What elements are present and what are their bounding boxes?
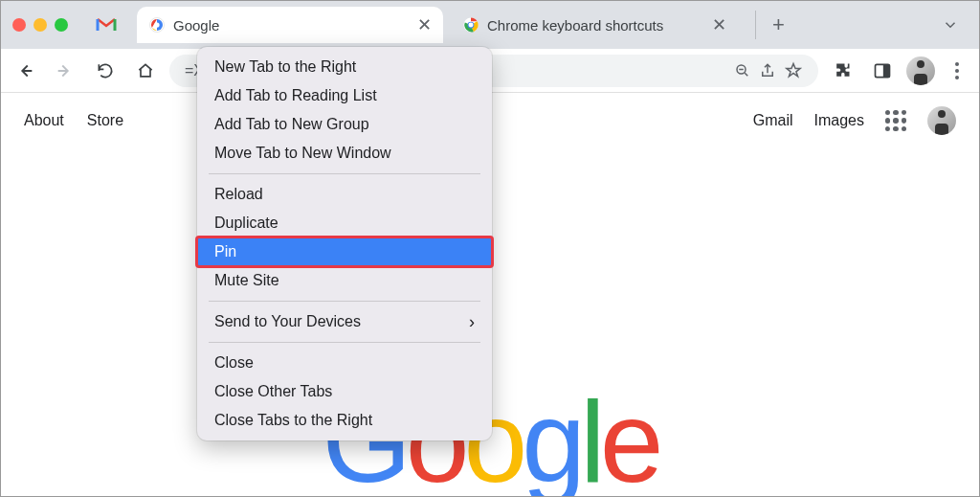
gmail-icon <box>95 13 118 36</box>
tab-context-menu: New Tab to the Right Add Tab to Reading … <box>197 47 492 441</box>
close-window-button[interactable] <box>12 18 26 32</box>
close-tab-icon[interactable]: ✕ <box>416 17 432 33</box>
reload-button[interactable] <box>89 55 122 87</box>
images-link[interactable]: Images <box>814 112 864 129</box>
dot-icon <box>955 69 959 73</box>
puzzle-icon <box>833 61 852 80</box>
home-button[interactable] <box>129 55 162 87</box>
maximize-window-button[interactable] <box>55 18 68 32</box>
sidepanel-button[interactable] <box>866 55 899 87</box>
google-apps-button[interactable] <box>885 110 906 131</box>
reload-icon <box>96 61 115 80</box>
panel-icon <box>873 61 892 80</box>
dot-icon <box>955 62 959 66</box>
ctx-reload[interactable]: Reload <box>197 180 492 209</box>
overflow-menu-button[interactable] <box>943 55 971 87</box>
arrow-right-icon <box>55 60 76 81</box>
close-tab-icon[interactable]: ✕ <box>711 17 726 33</box>
star-icon[interactable] <box>784 61 803 80</box>
chrome-favicon-icon <box>462 16 479 34</box>
tab-title: Chrome keyboard shortcuts <box>487 17 703 34</box>
tab-overflow-button[interactable] <box>941 15 960 34</box>
share-icon[interactable] <box>759 62 776 79</box>
ctx-duplicate[interactable]: Duplicate <box>197 209 492 237</box>
svg-rect-7 <box>883 64 890 77</box>
ctx-add-new-group[interactable]: Add Tab to New Group <box>197 110 492 139</box>
google-favicon-icon <box>148 16 166 34</box>
pinned-tab-gmail[interactable] <box>95 13 118 36</box>
minimize-window-button[interactable] <box>33 18 47 32</box>
forward-button[interactable] <box>49 55 81 87</box>
dot-icon <box>955 76 959 79</box>
ctx-new-tab-right[interactable]: New Tab to the Right <box>197 53 492 81</box>
window-controls <box>12 18 68 32</box>
ctx-pin[interactable]: Pin <box>197 237 492 266</box>
profile-avatar[interactable] <box>906 56 935 85</box>
ctx-label: Send to Your Devices <box>214 313 361 330</box>
tab-active[interactable]: Google ✕ <box>137 7 443 43</box>
chevron-right-icon: › <box>469 312 475 332</box>
extensions-button[interactable] <box>826 55 858 87</box>
arrow-left-icon <box>14 60 35 81</box>
about-link[interactable]: About <box>24 112 64 129</box>
ctx-mute-site[interactable]: Mute Site <box>197 266 492 295</box>
ctx-close-right[interactable]: Close Tabs to the Right <box>197 406 492 435</box>
svg-point-1 <box>154 22 159 27</box>
tab-other[interactable]: Chrome keyboard shortcuts ✕ <box>451 7 738 43</box>
chevron-down-icon <box>942 16 959 34</box>
ctx-close[interactable]: Close <box>197 349 492 377</box>
google-account-avatar[interactable] <box>927 106 956 135</box>
ctx-separator <box>209 301 480 302</box>
tab-title: Google <box>173 17 409 34</box>
zoom-icon[interactable] <box>734 62 751 79</box>
new-tab-button[interactable]: + <box>755 11 784 39</box>
home-icon <box>136 61 155 80</box>
svg-point-4 <box>469 23 474 28</box>
ctx-close-other[interactable]: Close Other Tabs <box>197 377 492 406</box>
ctx-move-new-window[interactable]: Move Tab to New Window <box>197 139 492 168</box>
ctx-separator <box>209 342 480 343</box>
back-button[interactable] <box>9 55 41 87</box>
store-link[interactable]: Store <box>87 112 123 129</box>
ctx-send-devices[interactable]: Send to Your Devices › <box>197 307 492 336</box>
ctx-separator <box>209 173 480 174</box>
gmail-link[interactable]: Gmail <box>753 112 793 129</box>
ctx-add-reading-list[interactable]: Add Tab to Reading List <box>197 81 492 110</box>
tab-strip: Google ✕ Chrome keyboard shortcuts ✕ + <box>1 1 979 49</box>
